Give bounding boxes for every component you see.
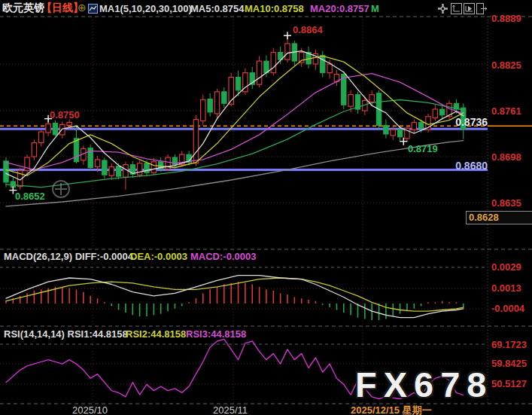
macd-axis-label: 0.0029 bbox=[491, 261, 521, 273]
watermark-text: FX678 bbox=[355, 366, 493, 404]
candle-body bbox=[95, 160, 99, 167]
candle-body bbox=[271, 53, 275, 73]
move-tool-icon[interactable] bbox=[437, 3, 448, 14]
candle-body bbox=[384, 125, 388, 134]
macd-dea-value: DEA:-0.0003 bbox=[130, 251, 187, 262]
swing-high-label: 0.8750 bbox=[50, 109, 80, 121]
candle-body bbox=[46, 124, 50, 133]
candle-body bbox=[137, 163, 141, 175]
macd-diff-line bbox=[6, 276, 464, 318]
swing-low-label: 0.8652 bbox=[15, 191, 45, 202]
candle-body bbox=[116, 166, 120, 177]
candle-body bbox=[222, 92, 226, 103]
axis-frame-icon[interactable] bbox=[451, 3, 462, 14]
rsi-axis-label: 50.5127 bbox=[491, 378, 527, 389]
candle-body bbox=[440, 109, 445, 115]
candle-body bbox=[74, 139, 78, 162]
hline-lower-label: 0.8680 bbox=[454, 160, 488, 172]
time-axis-label: 2025/11 bbox=[213, 404, 248, 415]
candle-body bbox=[418, 122, 423, 128]
candle-body bbox=[201, 99, 205, 121]
candle-body bbox=[412, 122, 416, 130]
candle-body bbox=[391, 130, 395, 136]
candle-body bbox=[369, 95, 374, 102]
recent-low-label: 0.8719 bbox=[408, 143, 438, 154]
price-axis-label: 0.8825 bbox=[491, 60, 521, 71]
candle-body bbox=[32, 143, 36, 157]
candle-body bbox=[109, 167, 114, 176]
price-axis-label: 0.8635 bbox=[491, 197, 521, 209]
ma10-value: MA10:0.8758 bbox=[245, 3, 304, 14]
candle-body bbox=[208, 99, 212, 111]
price-axis-label: 0.8761 bbox=[491, 105, 521, 117]
chart-type-icon[interactable] bbox=[88, 4, 98, 16]
rsi-axis-label: 59.8425 bbox=[491, 358, 527, 369]
price-axis-label: 0.8698 bbox=[491, 151, 521, 163]
candle-body bbox=[397, 130, 402, 137]
circle-plus-icon[interactable]: ⊕ bbox=[78, 2, 87, 14]
candle-body bbox=[53, 123, 57, 134]
candle-body bbox=[151, 162, 156, 173]
rsi2-value: RSI2:44.8158 bbox=[126, 328, 186, 340]
candle-body bbox=[285, 44, 290, 60]
current-date-label: 2025/12/15 星期一 bbox=[351, 404, 432, 415]
playback-chart-icon[interactable] bbox=[464, 3, 475, 14]
ma-settings-label[interactable]: MA1(5,10,20,30,100) bbox=[99, 3, 192, 14]
ma20-value: MA20:0.8757 bbox=[310, 3, 369, 14]
candle-body bbox=[348, 95, 353, 106]
period-high-label: 0.8864 bbox=[293, 24, 323, 35]
horizontal-trendline[interactable] bbox=[0, 169, 488, 171]
ma30-value-truncated: M bbox=[371, 3, 379, 14]
chart-window: 欧元英镑 【日线】 ⊕ MA1(5,10,20,30,100) MA5:0.87… bbox=[0, 0, 532, 415]
candle-body bbox=[327, 64, 332, 73]
candle-body bbox=[214, 92, 219, 114]
candle-body bbox=[433, 109, 437, 118]
candle-body bbox=[4, 161, 8, 182]
candle-body bbox=[321, 55, 325, 72]
time-axis-label: 2025/10 bbox=[72, 404, 108, 415]
macd-axis-label: -0.0004 bbox=[491, 303, 524, 314]
hline-upper-label: 0.8736 bbox=[454, 117, 488, 128]
macd-title[interactable]: MACD(26,12,9) DIFF:-0.0004 bbox=[4, 251, 133, 262]
symbol-name: 欧元英镑 bbox=[2, 2, 44, 14]
candle-body bbox=[193, 120, 198, 163]
ma5-value: MA5:0.8754 bbox=[190, 3, 245, 14]
macd-dea-line bbox=[6, 278, 464, 311]
macd-axis-label: 0.0013 bbox=[491, 282, 521, 294]
rsi3-value: RSI3:44.8158 bbox=[186, 328, 246, 340]
price-axis-label: 0.8889 bbox=[491, 13, 521, 24]
candle-body bbox=[39, 132, 44, 143]
watermark-logo-icon bbox=[51, 179, 71, 202]
candle-body bbox=[67, 122, 71, 125]
candle-body bbox=[236, 77, 240, 90]
rsi-axis-label: 69.1723 bbox=[491, 339, 527, 350]
detach-panel-icon[interactable] bbox=[476, 3, 488, 14]
candle-body bbox=[102, 160, 107, 175]
price-chart-canvas[interactable] bbox=[0, 0, 532, 415]
rsi-title[interactable]: RSI(14,14,14) RSI1:44.8158 bbox=[4, 328, 128, 340]
candle-body bbox=[257, 61, 261, 84]
macd-macd-value: MACD:-0.0003 bbox=[190, 251, 256, 262]
min-price-box: 0.8628 bbox=[466, 211, 532, 224]
